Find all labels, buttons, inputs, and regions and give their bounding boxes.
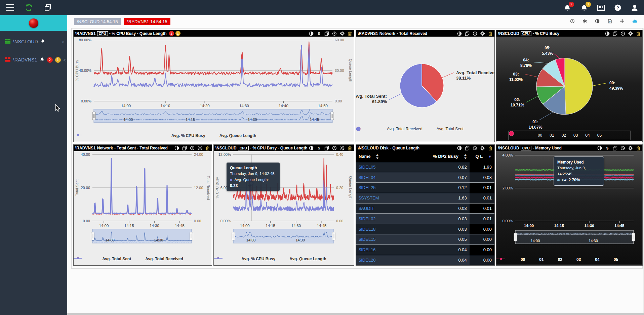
gear-icon[interactable] [480,31,485,36]
gear-icon[interactable] [628,31,633,36]
clock-icon[interactable] [473,146,477,150]
gear-icon[interactable] [340,31,345,36]
line-chart[interactable]: 40.0024.0020.0012.000.000.00Total SentTo… [74,151,212,265]
gear-icon[interactable] [198,146,202,150]
contrast-icon[interactable] [597,146,602,150]
copy-icon[interactable] [182,146,187,150]
trash-icon[interactable] [636,31,641,36]
tab-nscloud[interactable]: \NSCLOUD 14:54:15 [74,18,121,25]
copy-icon[interactable] [324,146,329,150]
table-row[interactable]: $IDEL040.070.08 [356,172,494,183]
bell-icon[interactable] [40,39,45,45]
contrast-icon[interactable] [174,146,179,150]
trash-icon[interactable] [205,146,210,150]
disk-name[interactable]: $IDEL18 [356,224,411,234]
contrast-icon[interactable] [605,31,610,36]
pie-chart[interactable]: 00:49.39%01:14.67%02:10.71%03:11.02%04:8… [496,37,642,141]
legend-item[interactable]: Avg. Queue Length [289,257,326,261]
contrast-icon[interactable] [309,31,314,36]
line-chart[interactable]: 80.00%60.0040.00%30.000.00%0.00% CPU Bus… [74,37,354,141]
add-icon[interactable] [619,18,626,25]
bell-icon[interactable] [40,57,45,63]
disk-name[interactable]: $IDEL15 [356,234,411,245]
table-row[interactable]: $SYSTEM1.630.01 [356,193,494,203]
trash-icon[interactable] [348,31,352,36]
copy-icon[interactable] [465,146,470,150]
contrast-icon[interactable] [594,18,601,25]
cloud-icon[interactable] [631,18,638,25]
clock-icon[interactable] [332,146,337,150]
trash-icon[interactable] [636,146,641,150]
user-icon[interactable] [630,3,639,12]
table-row[interactable]: $IDEL050.821.93 [356,162,494,172]
contrast-icon[interactable] [457,146,462,150]
table-row[interactable]: $IDEL180.030.00 [356,224,494,234]
trash-icon[interactable] [488,31,493,36]
disk-name[interactable]: $IDEL05 [356,162,411,172]
legend-item[interactable]: 05 [614,257,618,262]
dollar-icon[interactable]: $ [605,146,610,150]
collapse-chevron-icon[interactable]: < [62,39,65,45]
disk-name[interactable]: $IDEL04 [356,172,411,183]
alert-count-badge[interactable]: 2 [169,31,174,36]
disk-name[interactable]: $IDEL02 [356,214,411,224]
legend-item[interactable]: 00 [521,257,525,262]
warning-count-badge[interactable]: 1 [175,31,180,36]
table-row[interactable]: $IDEL200.040.00 [356,255,494,265]
gear-icon[interactable] [340,146,345,150]
legend-item[interactable]: 02 [558,257,562,262]
copy-icon[interactable] [465,31,470,36]
copy-icon[interactable] [324,31,329,36]
pie-chart[interactable]: Avg. Total Received:38.11%Avg. Total Sen… [356,37,494,141]
legend-item[interactable]: 02 [562,133,566,138]
clock-icon[interactable] [190,146,195,150]
sidebar-item-radvns1[interactable]: \RADVNS1 2 1 < [0,52,67,67]
clock-icon[interactable] [473,31,477,36]
refresh-icon[interactable] [24,3,34,12]
legend-item[interactable]: 01 [539,257,544,262]
column-header-name[interactable]: Name▲▼ [356,151,411,162]
clock-icon[interactable] [620,31,625,36]
legend-item[interactable]: Avg. % CPU Busy [241,257,275,261]
help-icon[interactable]: ? [613,3,622,12]
clock-icon[interactable] [332,31,337,36]
column-header--dp2-busy[interactable]: % DP2 Busy▲▼ [411,151,470,162]
pdf-export-icon[interactable]: P [606,18,613,25]
alert-bell-icon[interactable]: 2 [563,3,572,12]
column-header-q-l[interactable]: Q L▼ [470,151,494,162]
legend-item[interactable]: Avg. Queue Length [219,133,256,138]
trash-icon[interactable] [348,146,352,150]
tab-radvns1[interactable]: \RADVNS1 14:54:15 [124,18,170,25]
clock-icon[interactable] [620,146,625,150]
contrast-icon[interactable] [309,146,314,150]
legend-item[interactable]: 05 [597,133,602,138]
warning-bell-icon[interactable]: 1 [579,3,589,12]
disk-name[interactable]: $IDEL20 [356,255,411,265]
dollar-icon[interactable]: $ [317,31,321,36]
disk-name[interactable]: $IDEL25 [356,183,411,193]
disk-name[interactable]: $IDEL16 [356,244,411,255]
asterisk-icon[interactable] [581,18,588,25]
trash-icon[interactable] [488,146,493,150]
legend-item[interactable]: 04 [595,257,599,262]
dollar-icon[interactable]: $ [317,146,321,150]
legend-item[interactable]: Avg. Total Received [387,127,422,131]
scroll-rail[interactable] [643,28,644,315]
legend-item[interactable]: Avg. Total Received [145,257,183,261]
legend-item[interactable]: Avg. Total Sent [102,257,131,261]
legend-item[interactable]: 03 [573,133,578,138]
collapse-chevron-icon[interactable]: < [63,57,66,63]
table-row[interactable]: $IDEL150.050.00 [356,234,494,245]
copy-icon[interactable] [613,146,617,150]
pages-icon[interactable] [43,3,52,12]
legend-item[interactable]: 03 [576,257,581,262]
contrast-icon[interactable] [457,31,462,36]
legend-item[interactable]: 04 [585,133,590,138]
menu-icon[interactable] [5,3,15,12]
table-row[interactable]: $IDEL020.030.01 [356,214,494,224]
table-row[interactable]: $IDEL250.120.01 [356,183,494,193]
table-row[interactable]: $IDEL160.040.00 [356,244,494,255]
legend-item[interactable]: Avg. Total Sent [437,127,464,131]
legend-item[interactable]: 00 [538,133,542,138]
legend-item[interactable]: 01 [550,133,554,138]
